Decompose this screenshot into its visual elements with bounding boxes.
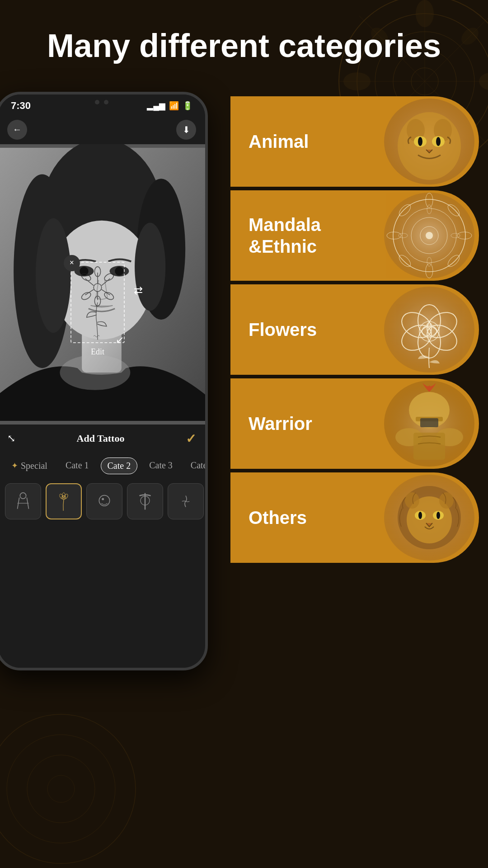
- svg-point-46: [80, 272, 92, 282]
- svg-point-103: [439, 492, 454, 509]
- category-tabs: ✦ Special Cate 1 Cate 2 Cate 3 Cate: [0, 453, 205, 479]
- svg-point-19: [27, 755, 95, 823]
- phone-mockup-container: 7:30 ▂▄▆ 📶 🔋 ← ⬇: [0, 92, 221, 670]
- svg-point-65: [436, 137, 441, 146]
- svg-point-28: [135, 222, 165, 311]
- category-others-image: [380, 472, 479, 563]
- svg-rect-95: [420, 418, 438, 427]
- warrior-illustration: [380, 378, 479, 469]
- thumb-item[interactable]: [168, 483, 204, 519]
- svg-point-45: [80, 291, 92, 301]
- tiger-illustration: [380, 96, 479, 187]
- category-flowers-label: Flowers: [230, 319, 317, 340]
- tattoo-border: [70, 262, 125, 343]
- phone-notch: [75, 94, 129, 110]
- tab-special-label: Special: [21, 461, 47, 471]
- bg-mandala-bottom-left: [0, 710, 140, 868]
- category-warrior-image: [380, 378, 479, 469]
- battery-icon: 🔋: [183, 101, 192, 111]
- svg-point-17: [0, 714, 136, 863]
- mandala-illustration: [380, 190, 479, 281]
- tab-cate2[interactable]: Cate 2: [101, 458, 138, 474]
- download-icon: ⬇: [183, 124, 190, 135]
- bottom-bar: ⤡ Add Tattoo ✓: [0, 425, 205, 453]
- category-mandala-label: Mandala&Ethnic: [230, 214, 321, 257]
- tab-cate1-label: Cate 1: [66, 460, 89, 470]
- category-warrior[interactable]: Warrior: [230, 378, 479, 469]
- special-star-icon: ✦: [11, 461, 18, 471]
- page-title: Many different categories: [36, 27, 452, 65]
- thumb-item[interactable]: [46, 483, 82, 519]
- svg-point-33: [60, 355, 130, 390]
- svg-point-71: [426, 232, 433, 239]
- wifi-icon: 📶: [169, 101, 179, 111]
- tab-cate4-label: Cate: [191, 460, 205, 470]
- svg-point-20: [47, 775, 75, 802]
- tab-cate1[interactable]: Cate 1: [59, 458, 95, 474]
- signal-icon: ▂▄▆: [147, 101, 165, 111]
- main-content: 7:30 ▂▄▆ 📶 🔋 ← ⬇: [0, 92, 488, 670]
- svg-line-40: [85, 278, 94, 285]
- rose-illustration: [380, 284, 479, 375]
- tab-cate4[interactable]: Cate: [184, 458, 205, 474]
- phone-mockup: 7:30 ▂▄▆ 📶 🔋 ← ⬇: [0, 92, 208, 670]
- tab-cate3[interactable]: Cate 3: [143, 458, 179, 474]
- status-time: 7:30: [11, 100, 31, 112]
- speaker-dot: [104, 100, 108, 104]
- category-mandala-image: [380, 190, 479, 281]
- category-animal-image: [380, 96, 479, 187]
- category-flowers-image: [380, 284, 479, 375]
- expand-icon: ⤡: [7, 433, 15, 444]
- category-warrior-label: Warrior: [230, 413, 312, 434]
- tattoo-overlay[interactable]: ×: [70, 262, 125, 343]
- status-icons: ▂▄▆ 📶 🔋: [147, 101, 192, 111]
- category-animal[interactable]: Animal: [230, 96, 479, 187]
- svg-point-18: [7, 735, 115, 843]
- svg-point-64: [418, 137, 422, 146]
- svg-point-47: [20, 493, 26, 499]
- svg-line-36: [102, 278, 110, 285]
- photo-area: ×: [0, 144, 205, 425]
- svg-point-34: [94, 283, 102, 292]
- add-tattoo-label: Add Tattoo: [77, 433, 125, 444]
- app-header: ← ⬇: [0, 115, 205, 144]
- svg-point-51: [63, 493, 69, 499]
- confirm-button[interactable]: ✓: [186, 431, 196, 446]
- svg-point-27: [36, 218, 71, 333]
- lion-illustration: [380, 472, 479, 563]
- thumbnail-strip: Resp Never Forget: [0, 479, 205, 526]
- svg-point-107: [436, 512, 440, 519]
- tab-special[interactable]: ✦ Special: [5, 458, 54, 474]
- thumb-item[interactable]: [5, 483, 41, 519]
- category-flowers[interactable]: Flowers: [230, 284, 479, 375]
- svg-point-50: [59, 493, 64, 499]
- category-others-label: Others: [230, 507, 307, 528]
- svg-point-106: [418, 512, 422, 519]
- back-button[interactable]: ←: [7, 120, 27, 140]
- svg-point-102: [405, 492, 419, 509]
- category-animal-label: Animal: [230, 131, 309, 152]
- thumb-item[interactable]: [127, 483, 163, 519]
- svg-point-43: [103, 291, 115, 301]
- tattoo-resize-button[interactable]: ↙: [116, 334, 129, 348]
- page-header: Many different categories: [0, 0, 488, 83]
- thumb-item[interactable]: [86, 483, 122, 519]
- svg-point-59: [398, 112, 461, 180]
- tattoo-image: [71, 263, 124, 342]
- back-icon: ←: [13, 124, 22, 135]
- category-others[interactable]: Others: [230, 472, 479, 563]
- camera-dot: [95, 100, 99, 104]
- category-mandala[interactable]: Mandala&Ethnic: [230, 190, 479, 281]
- download-button[interactable]: ⬇: [176, 120, 196, 140]
- tab-cate2-label: Cate 2: [108, 461, 131, 471]
- categories-panel: Animal: [221, 96, 488, 670]
- svg-point-42: [103, 272, 115, 282]
- tab-cate3-label: Cate 3: [149, 460, 173, 470]
- svg-point-53: [102, 498, 104, 500]
- tattoo-edit-label: Edit: [91, 347, 104, 357]
- tattoo-flip-button[interactable]: ⇄: [134, 284, 143, 297]
